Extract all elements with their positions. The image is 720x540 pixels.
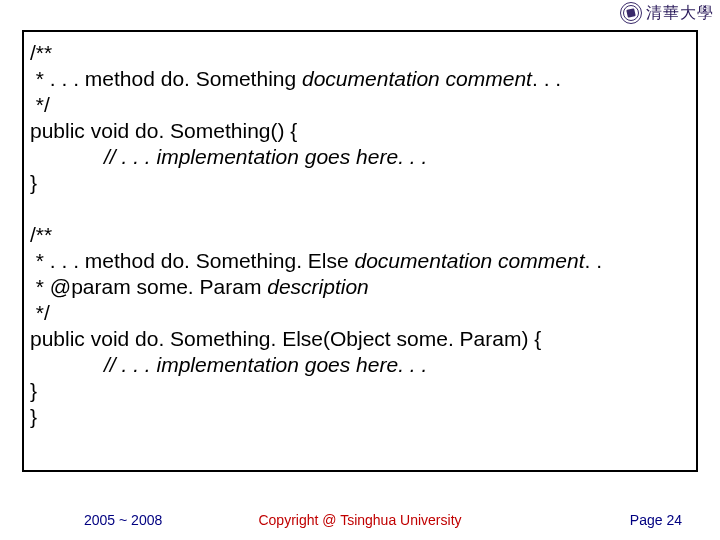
code-line: * . . . method do. Something. Else docum… xyxy=(30,248,688,274)
code-text: * . . . method do. Something xyxy=(30,67,302,90)
code-line: */ xyxy=(30,92,688,118)
code-comment: documentation comment xyxy=(355,249,585,272)
code-comment: description xyxy=(267,275,369,298)
code-line: /** xyxy=(30,222,688,248)
code-line: } xyxy=(30,404,688,430)
seal-icon xyxy=(620,2,642,24)
code-blank-line xyxy=(30,196,688,222)
university-logo: 清華大學 xyxy=(620,2,714,24)
code-line: /** xyxy=(30,40,688,66)
footer-copyright: Copyright @ Tsinghua University xyxy=(258,512,461,528)
code-text: * . . . method do. Something. Else xyxy=(30,249,355,272)
code-line: // . . . implementation goes here. . . xyxy=(30,144,688,170)
code-line: // . . . implementation goes here. . . xyxy=(30,352,688,378)
footer-page-number: Page 24 xyxy=(630,512,682,528)
code-text: . . . xyxy=(532,67,561,90)
logo-text: 清華大學 xyxy=(646,3,714,24)
code-line: * . . . method do. Something documentati… xyxy=(30,66,688,92)
slide: 清華大學 /** * . . . method do. Something do… xyxy=(0,0,720,540)
code-line: */ xyxy=(30,300,688,326)
code-line: } xyxy=(30,170,688,196)
code-comment: documentation comment xyxy=(302,67,532,90)
code-line: * @param some. Param description xyxy=(30,274,688,300)
code-box: /** * . . . method do. Something documen… xyxy=(22,30,698,472)
code-line: public void do. Something() { xyxy=(30,118,688,144)
code-text: . . xyxy=(584,249,602,272)
code-line: } xyxy=(30,378,688,404)
footer: 2005 ~ 2008 Copyright @ Tsinghua Univers… xyxy=(0,512,720,528)
code-line: public void do. Something. Else(Object s… xyxy=(30,326,688,352)
footer-date-range: 2005 ~ 2008 xyxy=(84,512,162,528)
code-text: * @param some. Param xyxy=(30,275,267,298)
